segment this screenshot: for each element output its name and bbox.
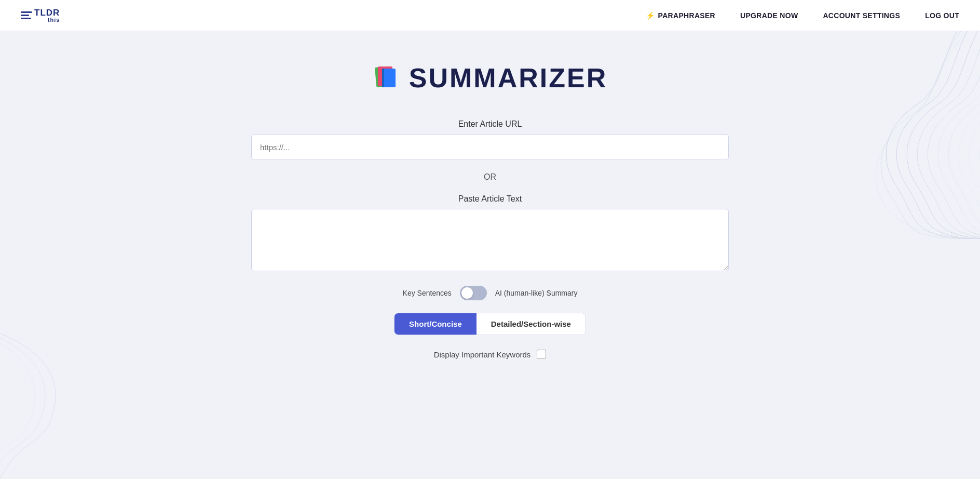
article-text-input[interactable] — [251, 209, 729, 271]
or-divider: OR — [484, 172, 496, 182]
toggle-switch[interactable] — [460, 286, 487, 300]
keywords-label: Display Important Keywords — [434, 350, 531, 359]
header: TLDR this ⚡ PARAPHRASER UPGRADE NOW ACCO… — [0, 0, 980, 31]
keywords-section: Display Important Keywords — [434, 350, 547, 359]
logo-icon — [21, 11, 32, 19]
page-title-container: SUMMARIZER — [373, 62, 607, 94]
main-content: SUMMARIZER Enter Article URL OR Paste Ar… — [0, 31, 980, 380]
svg-rect-3 — [382, 69, 384, 87]
books-icon — [373, 64, 401, 91]
logo-tldr: TLDR — [34, 8, 60, 17]
nav-logout-link[interactable]: LOG OUT — [925, 11, 959, 20]
nav-account-link[interactable]: ACCOUNT SETTINGS — [823, 11, 900, 20]
summary-type-section: Short/Concise Detailed/Section-wise — [394, 313, 586, 335]
toggle-right-label: AI (human-like) Summary — [495, 289, 578, 297]
url-field-label: Enter Article URL — [458, 119, 522, 129]
nav-paraphraser-link[interactable]: ⚡ PARAPHRASER — [646, 11, 715, 20]
form-container: Enter Article URL OR Paste Article Text … — [251, 119, 729, 359]
toggle-section: Key Sentences AI (human-like) Summary — [403, 286, 578, 300]
lightning-icon: ⚡ — [646, 11, 655, 20]
nav: ⚡ PARAPHRASER UPGRADE NOW ACCOUNT SETTIN… — [646, 11, 959, 20]
account-label: ACCOUNT SETTINGS — [823, 11, 900, 20]
text-field-label: Paste Article Text — [458, 194, 522, 204]
keywords-checkbox[interactable] — [537, 350, 546, 359]
page-title: SUMMARIZER — [409, 62, 607, 94]
nav-upgrade-link[interactable]: UPGRADE NOW — [740, 11, 798, 20]
toggle-slider — [460, 286, 487, 300]
logo-text: TLDR this — [34, 8, 60, 23]
toggle-left-label: Key Sentences — [403, 289, 452, 297]
logout-label: LOG OUT — [925, 11, 959, 20]
summary-short-button[interactable]: Short/Concise — [394, 313, 477, 335]
upgrade-label: UPGRADE NOW — [740, 11, 798, 20]
summary-detailed-button[interactable]: Detailed/Section-wise — [477, 313, 586, 335]
logo-this: this — [34, 17, 60, 23]
paraphraser-label: PARAPHRASER — [658, 11, 715, 20]
url-input[interactable] — [251, 134, 729, 160]
logo-link[interactable]: TLDR this — [21, 8, 60, 23]
